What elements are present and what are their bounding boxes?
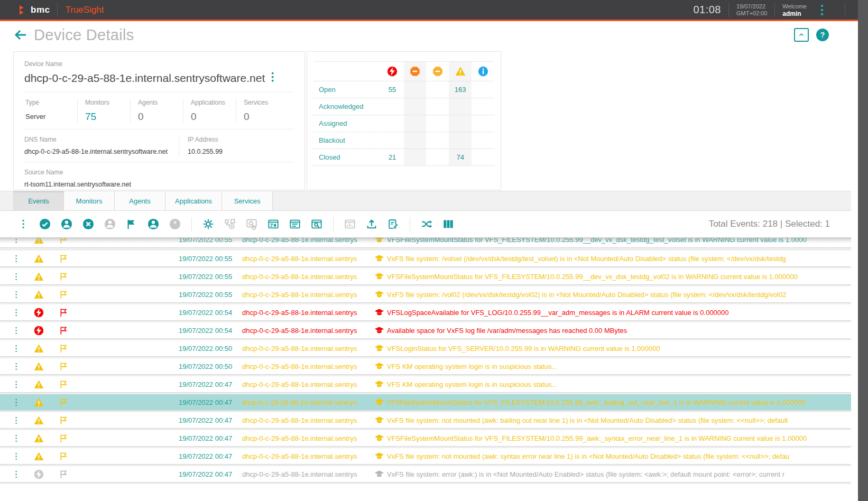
summary-count[interactable]: 55 bbox=[381, 81, 404, 98]
flag-icon[interactable] bbox=[52, 326, 75, 336]
assign-to-me-icon[interactable] bbox=[147, 218, 160, 230]
row-menu-icon[interactable] bbox=[12, 434, 25, 443]
device-menu-icon[interactable] bbox=[271, 72, 274, 84]
row-menu-icon[interactable] bbox=[12, 398, 25, 407]
knowledge-base-icon[interactable] bbox=[374, 469, 387, 479]
event-message[interactable]: Available space for VxFS log file /var/a… bbox=[387, 327, 851, 335]
knowledge-base-icon[interactable] bbox=[374, 451, 387, 461]
knowledge-base-icon[interactable] bbox=[374, 238, 387, 245]
flag-icon[interactable] bbox=[52, 433, 75, 443]
flag-icon[interactable] bbox=[52, 344, 75, 354]
row-menu-icon[interactable] bbox=[12, 238, 25, 244]
tab-applications[interactable]: Applications bbox=[165, 191, 222, 210]
row-menu-icon[interactable] bbox=[12, 362, 25, 371]
select-columns-icon[interactable] bbox=[442, 218, 455, 230]
knowledge-base-icon[interactable] bbox=[374, 361, 387, 372]
row-menu-icon[interactable] bbox=[12, 308, 25, 317]
knowledge-base-icon[interactable] bbox=[374, 433, 387, 443]
event-device[interactable]: dhcp-0-c-29-a5-88-1e.internal.sentrys bbox=[242, 452, 374, 460]
back-button[interactable] bbox=[14, 29, 27, 41]
event-row[interactable]: 19/07/2022 00:50dhcp-0-c-29-a5-88-1e.int… bbox=[0, 340, 851, 357]
event-message[interactable]: VxFS file system: error (awk:) is in <No… bbox=[387, 470, 851, 478]
event-row[interactable]: 19/07/2022 00:47dhcp-0-c-29-a5-88-1e.int… bbox=[0, 412, 851, 429]
event-row[interactable]: 19/07/2022 00:47dhcp-0-c-29-a5-88-1e.int… bbox=[0, 376, 851, 393]
tab-events[interactable]: Events bbox=[13, 191, 64, 210]
event-message[interactable]: VFSLoginStatus for VFS_SERVER/10.0.255.9… bbox=[387, 345, 851, 352]
event-row[interactable]: 19/07/2022 00:55dhcp-0-c-29-a5-88-1e.int… bbox=[0, 251, 851, 267]
event-device[interactable]: dhcp-0-c-29-a5-88-1e.internal.sentrys bbox=[242, 345, 374, 352]
event-row[interactable]: 19/07/2022 00:55dhcp-0-c-29-a5-88-1e.int… bbox=[0, 238, 851, 248]
event-details-icon[interactable] bbox=[267, 218, 280, 230]
event-message[interactable]: VFSLogSpaceAvailable for VFS_LOG/10.0.25… bbox=[387, 309, 851, 317]
event-device[interactable]: dhcp-0-c-29-a5-88-1e.internal.sentrys bbox=[242, 434, 374, 442]
event-message[interactable]: VFSFileSystemMountStatus for VFS_FILESYS… bbox=[387, 434, 851, 442]
acknowledge-icon[interactable] bbox=[39, 218, 51, 230]
event-workflow-icon[interactable] bbox=[420, 218, 433, 230]
summary-status-label[interactable]: Open bbox=[313, 86, 381, 94]
event-row[interactable]: 19/07/2022 00:47dhcp-0-c-29-a5-88-1e.int… bbox=[0, 466, 851, 483]
knowledge-base-icon[interactable] bbox=[374, 397, 387, 407]
event-message[interactable]: VxFS file system: /vol02 (/dev/vx/dsk/te… bbox=[387, 291, 851, 299]
event-message[interactable]: VFS KM operating system login is in susp… bbox=[387, 381, 851, 388]
event-row[interactable]: 19/07/2022 00:54dhcp-0-c-29-a5-88-1e.int… bbox=[0, 322, 851, 339]
flag-icon[interactable] bbox=[52, 379, 75, 389]
toolbar-menu-icon[interactable] bbox=[17, 218, 30, 230]
close-event-icon[interactable] bbox=[82, 218, 95, 230]
event-device[interactable]: dhcp-0-c-29-a5-88-1e.internal.sentrys bbox=[242, 238, 374, 244]
event-device[interactable]: dhcp-0-c-29-a5-88-1e.internal.sentrys bbox=[242, 416, 374, 424]
user-welcome[interactable]: Welcome admin bbox=[782, 3, 807, 17]
knowledge-base-icon[interactable] bbox=[374, 379, 387, 389]
row-menu-icon[interactable] bbox=[12, 470, 25, 479]
event-message[interactable]: VFS KM operating system login is in susp… bbox=[387, 363, 851, 370]
event-notes-icon[interactable] bbox=[289, 218, 301, 230]
knowledge-base-icon[interactable] bbox=[374, 290, 387, 300]
event-device[interactable]: dhcp-0-c-29-a5-88-1e.internal.sentrys bbox=[242, 255, 374, 263]
row-menu-icon[interactable] bbox=[12, 380, 25, 389]
topbar-menu-icon[interactable] bbox=[807, 4, 837, 16]
knowledge-base-icon[interactable] bbox=[374, 272, 387, 282]
flag-icon[interactable] bbox=[52, 451, 75, 461]
knowledge-base-icon[interactable] bbox=[374, 308, 387, 318]
row-menu-icon[interactable] bbox=[12, 344, 25, 353]
event-device[interactable]: dhcp-0-c-29-a5-88-1e.internal.sentrys bbox=[242, 470, 374, 478]
add-note-icon[interactable] bbox=[387, 218, 400, 230]
knowledge-base-icon[interactable] bbox=[374, 326, 387, 336]
flag-icon[interactable] bbox=[52, 272, 75, 282]
event-device[interactable]: dhcp-0-c-29-a5-88-1e.internal.sentrys bbox=[242, 327, 374, 335]
row-menu-icon[interactable] bbox=[12, 416, 25, 425]
flag-icon[interactable] bbox=[52, 290, 75, 300]
knowledge-base-icon[interactable] bbox=[374, 254, 387, 264]
event-logs-icon[interactable] bbox=[310, 218, 323, 230]
minimize-panel-icon[interactable] bbox=[794, 28, 809, 42]
flag-icon[interactable] bbox=[52, 361, 75, 372]
tab-agents[interactable]: Agents bbox=[115, 191, 165, 210]
knowledge-base-icon[interactable] bbox=[374, 415, 387, 425]
event-device[interactable]: dhcp-0-c-29-a5-88-1e.internal.sentrys bbox=[242, 273, 374, 281]
summary-status-label[interactable]: Closed bbox=[313, 153, 381, 161]
event-message[interactable]: VxFS file system: not mounted (awk: synt… bbox=[387, 452, 851, 460]
flag-icon[interactable] bbox=[52, 469, 75, 479]
event-row[interactable]: 19/07/2022 00:47dhcp-0-c-29-a5-88-1e.int… bbox=[0, 394, 851, 411]
stat-value[interactable]: 75 bbox=[85, 111, 130, 123]
summary-status-label[interactable]: Acknowledged bbox=[313, 103, 381, 110]
row-menu-icon[interactable] bbox=[12, 452, 25, 461]
event-device[interactable]: dhcp-0-c-29-a5-88-1e.internal.sentrys bbox=[242, 381, 374, 388]
run-action-icon[interactable] bbox=[202, 218, 215, 230]
event-message[interactable]: VFSFileSystemMountStatus for VFS_FILESYS… bbox=[387, 273, 851, 281]
assign-to-user-icon[interactable] bbox=[60, 218, 73, 230]
row-menu-icon[interactable] bbox=[12, 254, 25, 263]
flag-icon[interactable] bbox=[52, 397, 75, 407]
flag-icon[interactable] bbox=[52, 254, 75, 264]
event-device[interactable]: dhcp-0-c-29-a5-88-1e.internal.sentrys bbox=[242, 291, 374, 299]
vertical-scrollbar[interactable] bbox=[858, 0, 868, 501]
knowledge-base-icon[interactable] bbox=[374, 344, 387, 354]
event-message[interactable]: VFSFileSystemMountStatus for VFS_FILESYS… bbox=[387, 398, 851, 406]
summary-count[interactable]: 74 bbox=[449, 149, 472, 165]
export-events-icon[interactable] bbox=[365, 218, 378, 230]
event-row[interactable]: 19/07/2022 00:55dhcp-0-c-29-a5-88-1e.int… bbox=[0, 268, 851, 285]
summary-status-label[interactable]: Assigned bbox=[313, 119, 381, 127]
event-row[interactable]: 19/07/2022 00:47dhcp-0-c-29-a5-88-1e.int… bbox=[0, 430, 851, 447]
tab-monitors[interactable]: Monitors bbox=[64, 191, 115, 210]
tab-services[interactable]: Services bbox=[222, 191, 273, 210]
priority-flag-icon[interactable] bbox=[125, 218, 138, 230]
